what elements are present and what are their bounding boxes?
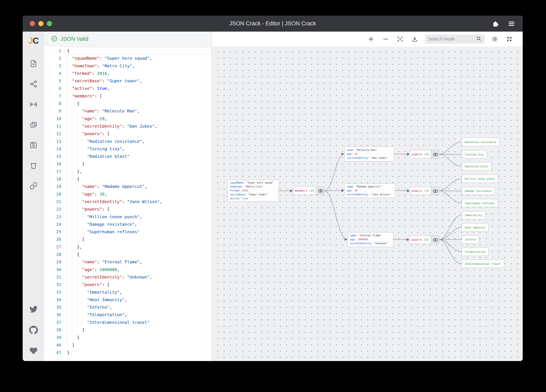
graph-node-powers-molecule-man[interactable]: powers(3) [410, 150, 439, 158]
graph-node-powers-eternal-flame[interactable]: powers(5) [410, 235, 439, 244]
zoom-button[interactable] [47, 21, 52, 26]
code-line[interactable]: 10"age": 29, [44, 115, 212, 122]
graph-node-damage-resistance[interactable]: Damage resistance [462, 187, 495, 195]
download-icon[interactable] [410, 35, 419, 43]
graph-node-heat-immunity[interactable]: Heat Immunity [462, 223, 488, 232]
code-line[interactable]: 23"Million tonne punch", [44, 213, 212, 221]
code-line[interactable]: 26] [44, 235, 212, 243]
code-line[interactable]: 13"Radiation resistance", [44, 138, 212, 145]
graph-node-members[interactable]: members(3) [293, 186, 324, 195]
center-focus-icon[interactable] [396, 35, 404, 43]
code-line[interactable]: 21"secretIdentity": "Jane Wilson", [44, 198, 212, 205]
code-line[interactable]: 35"Inferno", [44, 303, 212, 311]
code-line-content: ] [64, 160, 212, 168]
graph-node-eternal-flame[interactable]: name: "Eternal Flame"age: 1000000secretI… [347, 232, 393, 247]
code-line[interactable]: 33"Immortality", [44, 289, 212, 296]
menu-icon[interactable] [508, 20, 515, 27]
code-line[interactable]: 6"active": true, [44, 85, 212, 92]
code-line[interactable]: 37"Interdimensional travel" [44, 319, 212, 326]
code-line[interactable]: 22"powers": [ [44, 205, 212, 213]
code-line[interactable]: 16] [44, 160, 212, 168]
expand-link-icon[interactable] [431, 236, 439, 244]
copy-icon[interactable] [29, 120, 38, 129]
graph-node-turning-tiny[interactable]: Turning tiny [462, 150, 487, 158]
code-line[interactable]: 30"age": 1000000, [44, 266, 212, 273]
indent-guide [72, 258, 72, 266]
code-line[interactable]: 4"formed": 2016, [44, 70, 212, 77]
code-line[interactable]: 1{ [44, 47, 212, 54]
graph-node-immortality[interactable]: Immortality [462, 211, 485, 219]
code-line[interactable]: 3"homeTown": "Metro City", [44, 62, 212, 70]
code-line[interactable]: 40] [44, 341, 212, 349]
indent-guide [72, 235, 72, 243]
code-line[interactable]: 7"members": [ [44, 92, 212, 100]
new-document-icon[interactable] [29, 59, 38, 68]
minimize-button[interactable] [38, 21, 44, 26]
graph-node-root[interactable]: squadName: "Super hero squad"homeTown: "… [228, 180, 279, 202]
code-line[interactable]: 14"Turning tiny", [44, 145, 212, 152]
center-focus-icon[interactable] [29, 100, 38, 109]
zoom-out-icon[interactable] [381, 35, 390, 43]
settings-icon[interactable] [491, 35, 499, 43]
code-line[interactable]: 19"name": "Madame Uppercut", [44, 183, 212, 190]
indent-guide [72, 160, 72, 168]
expand-link-icon[interactable] [316, 187, 324, 195]
code-line[interactable]: 36"Teleportation", [44, 311, 212, 318]
code-line[interactable]: 32"powers": [ [44, 281, 212, 288]
graph-node-interdimensional-travel[interactable]: Interdimensional travel [462, 259, 504, 268]
code-line[interactable]: 15"Radiation blast" [44, 152, 212, 160]
indent-guide [77, 311, 77, 318]
code-line[interactable]: 9"name": "Molecule Man", [44, 107, 212, 115]
search-node-input[interactable] [428, 36, 474, 42]
graph-canvas[interactable]: squadName: "Super hero squad"homeTown: "… [212, 47, 523, 361]
node-field: secretIdentity: "Dan Jukes" [347, 156, 392, 160]
code-line[interactable]: 28{ [44, 251, 212, 258]
line-number: 40 [44, 341, 64, 349]
graph-view-icon[interactable] [29, 80, 38, 88]
code-line[interactable]: 38] [44, 326, 212, 334]
code-line[interactable]: 41} [44, 349, 212, 356]
heart-icon[interactable] [29, 347, 38, 355]
code-line[interactable]: 12"powers": [ [44, 130, 212, 137]
code-line[interactable]: 18{ [44, 175, 212, 183]
expand-link-icon[interactable] [431, 150, 439, 158]
delete-icon[interactable] [29, 161, 38, 170]
close-button[interactable] [30, 21, 35, 26]
graph-node-radiation-resistance[interactable]: Radiation resistance [462, 138, 500, 146]
graph-node-molecule-man[interactable]: name: "Molecule Man"age: 29secretIdentit… [344, 146, 394, 162]
graph-node-madame-uppercut[interactable]: name: "Madame Uppercut"age: 39secretIden… [344, 183, 395, 198]
twitter-icon[interactable] [29, 305, 38, 314]
line-number: 35 [44, 303, 64, 311]
code-line[interactable]: 24"Damage resistance", [44, 221, 212, 228]
code-line[interactable]: 27}, [44, 243, 212, 251]
graph-node-radiation-blast[interactable]: Radiation blast [462, 162, 492, 171]
puzzle-extension-icon[interactable] [492, 20, 499, 27]
zoom-in-icon[interactable] [367, 35, 375, 43]
save-icon[interactable] [29, 141, 38, 149]
github-icon[interactable] [29, 326, 38, 335]
code-line[interactable]: 31"secretIdentity": "Unknown", [44, 273, 212, 281]
code-line[interactable]: 29"name": "Eternal Flame", [44, 258, 212, 266]
graph-node-superhuman-reflexes[interactable]: Superhuman reflexes [462, 199, 498, 207]
code-line[interactable]: 2"squadName": "Super hero squad", [44, 54, 212, 62]
code-line[interactable]: 25"Superhuman reflexes" [44, 228, 212, 235]
graph-node-teleportation[interactable]: Teleportation [462, 247, 488, 256]
code-line[interactable]: 20"age": 39, [44, 190, 212, 198]
expand-link-icon[interactable] [431, 187, 439, 195]
code-line-content: "age": 29, [64, 115, 212, 122]
code-line[interactable]: 34"Heat Immunity", [44, 296, 212, 303]
app-logo[interactable]: JC [28, 36, 39, 46]
fullscreen-icon[interactable] [505, 35, 514, 43]
indent-guide [77, 107, 77, 115]
graph-node-powers-madame-uppercut[interactable]: powers(3) [410, 187, 439, 195]
code-line[interactable]: 5"secretBase": "Super tower", [44, 77, 212, 85]
code-line[interactable]: 8{ [44, 100, 212, 107]
graph-node-million-tonne-punch[interactable]: Million tonne punch [462, 175, 498, 183]
code-line[interactable]: 17}, [44, 168, 212, 175]
search-node-box[interactable] [425, 34, 484, 44]
share-link-icon[interactable] [29, 182, 38, 190]
code-line[interactable]: 11"secretIdentity": "Dan Jukes", [44, 122, 212, 130]
code-line[interactable]: 39} [44, 334, 212, 341]
code-editor[interactable]: 1{2"squadName": "Super hero squad",3"hom… [44, 47, 212, 361]
graph-node-inferno[interactable]: Inferno [462, 235, 479, 244]
